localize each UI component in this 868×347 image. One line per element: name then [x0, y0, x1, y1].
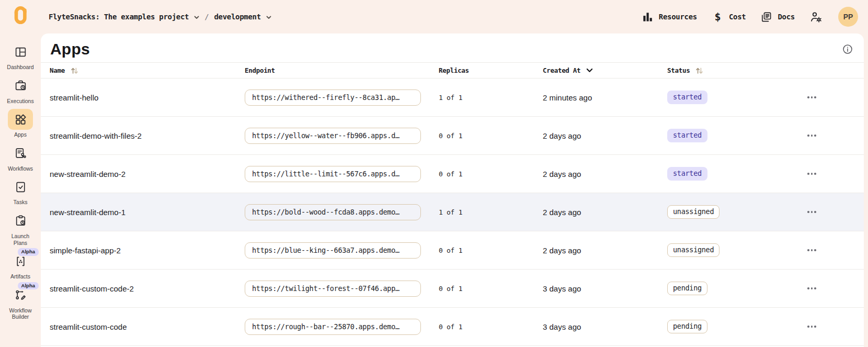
person-gear-icon: [809, 10, 823, 24]
sidebar-item-tasks[interactable]: Tasks: [0, 176, 41, 206]
apps-panel: Apps Name Endpoint Replic: [41, 33, 864, 347]
union-logo: [10, 6, 31, 27]
domain-selector[interactable]: development: [214, 13, 271, 21]
app-name: new-streamlit-demo-2: [50, 170, 245, 178]
table-row[interactable]: streamlit-custom-code https://rough--bar…: [41, 308, 864, 346]
chevron-down-icon: [586, 68, 593, 73]
replicas-value: 0 of 1: [439, 285, 543, 293]
docs-icon: [760, 11, 772, 23]
sidebar-item-launch-plans[interactable]: Launch Plans: [0, 210, 41, 246]
status-badge: started: [667, 91, 707, 104]
tasks-icon: [8, 176, 33, 197]
endpoint-link[interactable]: https://bold--wood--fcda8.apps.demo…: [245, 204, 421, 220]
table-row[interactable]: streamlit-demo-with-files-2 https://yell…: [41, 117, 864, 155]
domain-label: development: [214, 13, 260, 21]
replicas-value: 1 of 1: [439, 94, 543, 102]
created-at-value: 3 days ago: [543, 322, 667, 331]
apps-icon: [8, 109, 33, 130]
row-actions-button[interactable]: [805, 170, 818, 178]
info-button[interactable]: [842, 43, 853, 55]
replicas-value: 0 of 1: [439, 132, 543, 140]
bar-chart-icon: [642, 11, 654, 23]
ellipsis-icon: [807, 326, 809, 328]
alpha-badge: Alpha: [18, 282, 39, 289]
sidebar-item-artifacts[interactable]: Alpha Artifacts: [0, 251, 41, 280]
status-badge: pending: [667, 320, 707, 333]
table-row[interactable]: new-streamlit-demo-2 https://little--lim…: [41, 155, 864, 193]
endpoint-link[interactable]: https://rough--bar--25870.apps.demo…: [245, 319, 421, 335]
ellipsis-icon: [807, 96, 809, 98]
docs-label: Docs: [778, 13, 795, 21]
sidebar-item-label: Dashboard: [7, 64, 33, 71]
row-actions-button[interactable]: [805, 93, 818, 102]
resources-label: Resources: [659, 13, 697, 21]
app-name: streamlit-demo-with-files-2: [50, 131, 245, 140]
app-name: streamlit-hello: [50, 93, 245, 102]
topnav: Resources $ Cost Docs PP: [642, 7, 858, 27]
column-header-endpoint: Endpoint: [245, 66, 439, 74]
ellipsis-icon: [807, 211, 809, 213]
sidebar-item-label: Executions: [7, 98, 33, 105]
endpoint-link[interactable]: https://withered--firefly--8ca31.ap…: [245, 89, 421, 106]
created-at-value: 2 days ago: [543, 246, 667, 255]
app-name: simple-fastapi-app-2: [50, 246, 245, 255]
sort-icon: [71, 66, 78, 75]
table-header: Name Endpoint Replicas Created At Status: [41, 62, 864, 79]
sidebar-item-label: Workflow Builder: [4, 307, 37, 320]
row-actions-button[interactable]: [805, 322, 818, 331]
page-title: Apps: [50, 40, 90, 58]
endpoint-link[interactable]: https://little--limit--567c6.apps.d…: [245, 166, 421, 182]
sidebar-item-workflows[interactable]: Workflows: [0, 143, 41, 172]
created-at-value: 2 minutes ago: [543, 93, 667, 102]
table-row[interactable]: streamlit-custom-code-2 https://twilight…: [41, 270, 864, 308]
endpoint-link[interactable]: https://blue--king--663a7.apps.demo…: [245, 242, 421, 259]
sidebar-item-label: Tasks: [14, 199, 28, 206]
svg-text:$: $: [715, 11, 721, 23]
row-actions-button[interactable]: [805, 246, 818, 254]
status-badge: pending: [667, 282, 707, 295]
endpoint-link[interactable]: https://yellow--water--fb906.apps.d…: [245, 128, 421, 144]
created-at-value: 3 days ago: [543, 284, 667, 293]
column-header-name[interactable]: Name: [50, 66, 245, 75]
dashboard-icon: [8, 41, 33, 62]
sidebar-item-executions[interactable]: Executions: [0, 75, 41, 105]
replicas-value: 1 of 1: [439, 208, 543, 216]
row-actions-button[interactable]: [805, 284, 818, 293]
topbar: FlyteSnacks: The examples project / deve…: [0, 0, 868, 33]
avatar[interactable]: PP: [838, 7, 858, 27]
chevron-down-icon: [194, 16, 199, 19]
replicas-value: 0 of 1: [439, 170, 543, 178]
status-badge: unassigned: [667, 205, 719, 219]
replicas-value: 0 of 1: [439, 323, 543, 331]
resources-button[interactable]: Resources: [642, 11, 697, 23]
project-selector[interactable]: FlyteSnacks: The examples project: [49, 13, 199, 21]
sidebar-item-dashboard[interactable]: Dashboard: [0, 41, 41, 71]
status-badge: unassigned: [667, 243, 719, 257]
table-row[interactable]: new-streamlit-demo-1 https://bold--wood-…: [41, 193, 864, 231]
project-label: FlyteSnacks: The examples project: [49, 13, 189, 21]
executions-icon: [8, 75, 33, 96]
status-badge: started: [667, 129, 707, 142]
docs-button[interactable]: Docs: [760, 11, 795, 23]
row-actions-button[interactable]: [805, 131, 818, 140]
endpoint-link[interactable]: https://twilight--forest--07f46.app…: [245, 281, 421, 297]
workflows-icon: [8, 143, 33, 164]
ellipsis-icon: [807, 287, 809, 289]
column-header-created-at[interactable]: Created At: [543, 66, 667, 74]
row-actions-button[interactable]: [805, 208, 818, 216]
ellipsis-icon: [807, 173, 809, 175]
admin-settings-button[interactable]: [809, 10, 823, 24]
launch-plans-icon: [8, 210, 33, 231]
column-header-status[interactable]: Status: [667, 66, 805, 75]
alpha-badge: Alpha: [18, 248, 39, 255]
cost-button[interactable]: $ Cost: [712, 11, 746, 23]
sidebar-item-label: Launch Plans: [4, 233, 37, 246]
sidebar-item-apps[interactable]: Apps: [0, 109, 41, 138]
sidebar-item-workflow-builder[interactable]: Alpha Workflow Builder: [0, 285, 41, 320]
sidebar-item-label: Artifacts: [10, 273, 30, 280]
app-name: streamlit-custom-code: [50, 322, 245, 331]
table-row[interactable]: streamlit-hello https://withered--firefl…: [41, 79, 864, 117]
sidebar: Dashboard Executions: [0, 33, 41, 347]
app-name: streamlit-custom-code-2: [50, 284, 245, 293]
table-row[interactable]: simple-fastapi-app-2 https://blue--king-…: [41, 231, 864, 270]
